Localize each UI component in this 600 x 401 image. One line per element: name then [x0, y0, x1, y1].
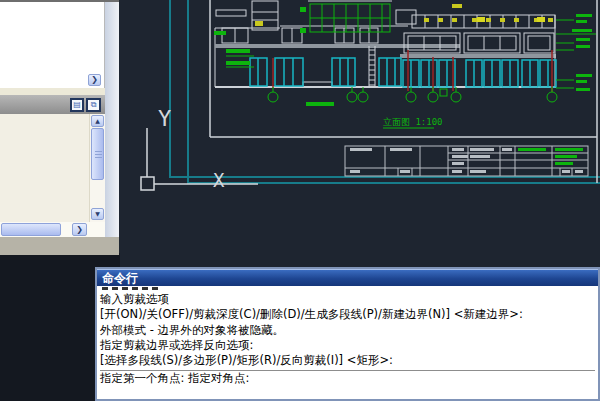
- panel-list-icon[interactable]: ▤: [70, 98, 84, 112]
- panel-bottom-strip: [0, 237, 119, 255]
- vertical-scroll-thumb[interactable]: [91, 128, 104, 180]
- command-history-line: [选择多段线(S)/多边形(P)/矩形(R)/反向剪裁(I)] <矩形>:: [100, 353, 595, 368]
- scroll-down-button[interactable]: ▼: [91, 208, 104, 220]
- command-window-titlebar[interactable]: 命令行: [97, 269, 598, 286]
- scroll-right-icon: ❯: [91, 76, 98, 84]
- horizontal-scrollbar[interactable]: ❯: [0, 222, 105, 237]
- panel-float-glyph: ⧉: [91, 100, 97, 109]
- drawing-title-text: 立面图 1:100: [383, 117, 443, 127]
- scroll-thumb-grip: [95, 151, 102, 158]
- horizontal-scroll-thumb[interactable]: [1, 223, 61, 236]
- scroll-up-button[interactable]: ▲: [91, 115, 104, 127]
- drawing-title: 立面图 1:100: [383, 117, 443, 128]
- command-history-line: [开(ON)/关(OFF)/剪裁深度(C)/删除(D)/生成多段线(P)/新建边…: [100, 307, 595, 322]
- hscroll-right-icon: ❯: [76, 226, 83, 234]
- scroll-up-icon: ▲: [95, 118, 100, 124]
- command-line-window: 命令行 输入剪裁选项 [开(ON)/关(OFF)/剪裁深度(C)/删除(D)/生…: [95, 267, 600, 401]
- scroll-down-icon: ▼: [95, 211, 100, 217]
- command-history-line: 输入剪裁选项: [100, 292, 595, 307]
- vertical-scrollbar[interactable]: ▲ ▼: [89, 114, 105, 222]
- panel-right-strip: [105, 2, 119, 237]
- ucs-y-label: Y: [158, 106, 171, 131]
- preview-scroll-right-button[interactable]: ❯: [88, 74, 101, 86]
- autocad-screenshot: 立面图 1:100: [0, 0, 600, 401]
- command-history-line: 指定剪裁边界或选择反向选项:: [100, 338, 595, 353]
- panel-float-icon[interactable]: ⧉: [86, 98, 101, 112]
- command-history: 输入剪裁选项 [开(ON)/关(OFF)/剪裁深度(C)/删除(D)/生成多段线…: [97, 286, 598, 399]
- command-prompt-input[interactable]: 指定第一个角点: 指定对角点:: [100, 371, 595, 386]
- hscroll-right-button[interactable]: ❯: [72, 223, 87, 236]
- panel-list-glyph: ▤: [73, 100, 81, 109]
- side-palette-panel: ❯ ▤ ⧉ ▲ ▼ ❯: [0, 0, 119, 255]
- command-history-line: 外部模式 - 边界外的对象将被隐藏。: [100, 323, 595, 338]
- ucs-x-label: X: [213, 169, 225, 191]
- clipped-history-line: [102, 287, 160, 291]
